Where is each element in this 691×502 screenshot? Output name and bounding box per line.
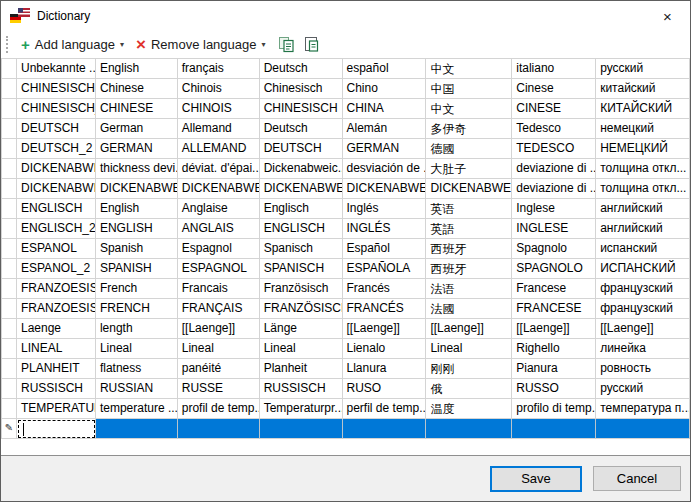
row-indicator[interactable]	[2, 99, 17, 119]
grid-cell[interactable]: ESPAÑOLA	[343, 259, 427, 279]
grid-cell[interactable]: Spanish	[96, 239, 178, 259]
grid-cell[interactable]: Laenge	[17, 319, 96, 339]
grid-cell[interactable]: ANGLAIS	[178, 219, 260, 239]
edit-pencil-icon[interactable]: ✎	[2, 419, 17, 439]
row-indicator[interactable]	[2, 219, 17, 239]
selected-empty-cell[interactable]	[596, 419, 690, 439]
grid-cell[interactable]: Lineal	[96, 339, 178, 359]
grid-cell[interactable]: 多伊奇	[426, 119, 512, 139]
grid-cell[interactable]: temperature ...	[96, 399, 178, 419]
row-indicator[interactable]	[2, 359, 17, 379]
grid-cell[interactable]: Cinese	[512, 79, 596, 99]
grid-cell[interactable]: RUSSIAN	[96, 379, 178, 399]
grid-cell[interactable]: 英语	[426, 199, 512, 219]
grid-cell[interactable]: SPANISH	[96, 259, 178, 279]
grid-cell[interactable]: 中文	[426, 99, 512, 119]
grid-cell[interactable]: 英語	[426, 219, 512, 239]
grid-cell[interactable]: RUSSISCH	[260, 379, 343, 399]
chevron-down-icon[interactable]: ▾	[262, 40, 266, 49]
close-button[interactable]: ×	[645, 1, 690, 31]
row-indicator[interactable]	[2, 259, 17, 279]
grid-cell[interactable]: [[Laenge]]	[512, 319, 596, 339]
grid-cell[interactable]: ровность	[596, 359, 690, 379]
grid-cell[interactable]: ESPANOL	[17, 239, 96, 259]
grid-cell[interactable]: RUSSO	[512, 379, 596, 399]
grid-cell[interactable]: RUSO	[343, 379, 427, 399]
grid-cell[interactable]: TEMPERATUR...	[17, 399, 96, 419]
column-header[interactable]: русский	[596, 59, 690, 79]
grid-cell[interactable]: Tedesco	[512, 119, 596, 139]
selected-empty-cell[interactable]	[512, 419, 596, 439]
grid-cell[interactable]: 中国	[426, 79, 512, 99]
grid-cell[interactable]: FRANZOESISCH	[17, 279, 96, 299]
grid-cell[interactable]: 俄	[426, 379, 512, 399]
grid-cell[interactable]: ENGLISCH	[260, 219, 343, 239]
column-header[interactable]: 中文	[426, 59, 512, 79]
copy-button[interactable]	[276, 34, 298, 56]
grid-cell[interactable]: SPAGNOLO	[512, 259, 596, 279]
grid-cell[interactable]: RUSSISCH	[17, 379, 96, 399]
grid-cell[interactable]: Lienalo	[343, 339, 427, 359]
grid-cell[interactable]: ENGLISH	[96, 219, 178, 239]
grid-cell[interactable]: немецкий	[596, 119, 690, 139]
grid-cell[interactable]: 刚刚	[426, 359, 512, 379]
grid-cell[interactable]: [[Laenge]]	[596, 319, 690, 339]
row-indicator[interactable]	[2, 139, 17, 159]
row-indicator[interactable]	[2, 79, 17, 99]
grid-cell[interactable]: Lineal	[178, 339, 260, 359]
column-header[interactable]: English	[96, 59, 178, 79]
grid-cell[interactable]: Allemand	[178, 119, 260, 139]
grid-cell[interactable]: Llanura	[343, 359, 427, 379]
column-header[interactable]: français	[178, 59, 260, 79]
row-indicator[interactable]	[2, 399, 17, 419]
row-indicator[interactable]	[2, 379, 17, 399]
grid-cell[interactable]: 大肚子	[426, 159, 512, 179]
grid-cell[interactable]: CHINESISCH_2	[17, 99, 96, 119]
grid-cell[interactable]: Francese	[512, 279, 596, 299]
grid-cell[interactable]: LINEAL	[17, 339, 96, 359]
grid-cell[interactable]: ESPANOL_2	[17, 259, 96, 279]
cancel-button[interactable]: Cancel	[593, 466, 681, 491]
grid-cell[interactable]: deviazione di ...	[512, 159, 596, 179]
grid-cell[interactable]: CHINESISCH	[260, 99, 343, 119]
grid-cell[interactable]: Chino	[343, 79, 427, 99]
grid-cell[interactable]: FRENCH	[96, 299, 178, 319]
grid-cell[interactable]: Espagnol	[178, 239, 260, 259]
grid-cell[interactable]: DICKENABWE...	[426, 179, 512, 199]
grid-cell[interactable]: CHINESISCH	[17, 79, 96, 99]
grid-cell[interactable]: французский	[596, 299, 690, 319]
selected-empty-cell[interactable]	[426, 419, 512, 439]
grid-cell[interactable]: CHINOIS	[178, 99, 260, 119]
add-language-button[interactable]: + Add language ▾	[17, 34, 128, 56]
grid-cell[interactable]: German	[96, 119, 178, 139]
grid-cell[interactable]: DICKENABWE...	[178, 179, 260, 199]
grid-cell[interactable]: НЕМЕЦКИЙ	[596, 139, 690, 159]
grid-cell[interactable]: [[Laenge]]	[178, 319, 260, 339]
grid-cell[interactable]: DICKENABWE...	[343, 179, 427, 199]
row-indicator[interactable]	[2, 119, 17, 139]
grid-cell[interactable]: FRANCESE	[512, 299, 596, 319]
grid-cell[interactable]: perfil de temp...	[343, 399, 427, 419]
grid-cell[interactable]: DEUTSCH	[260, 139, 343, 159]
grid-cell[interactable]: Chinese	[96, 79, 178, 99]
grid-cell[interactable]: 法语	[426, 279, 512, 299]
grid-cell[interactable]: Spagnolo	[512, 239, 596, 259]
grid-cell[interactable]: 西班牙	[426, 239, 512, 259]
row-indicator[interactable]	[2, 179, 17, 199]
grid-cell[interactable]: ALLEMAND	[178, 139, 260, 159]
grid-cell[interactable]: French	[96, 279, 178, 299]
row-indicator[interactable]	[2, 239, 17, 259]
grid-cell[interactable]: Inglese	[512, 199, 596, 219]
grid-cell[interactable]: Francés	[343, 279, 427, 299]
grid-cell[interactable]: Länge	[260, 319, 343, 339]
grid-cell[interactable]: TEDESCO	[512, 139, 596, 159]
grid-cell[interactable]: English	[96, 199, 178, 219]
grid-cell[interactable]: 法國	[426, 299, 512, 319]
new-entry-edit-cell[interactable]	[17, 419, 96, 439]
grid-cell[interactable]: 西班牙	[426, 259, 512, 279]
grid-cell[interactable]: Anglaise	[178, 199, 260, 219]
column-header[interactable]: Unbekannte ...	[17, 59, 96, 79]
grid-cell[interactable]: ENGLISCH_2	[17, 219, 96, 239]
grid-cell[interactable]: толщина откл...	[596, 179, 690, 199]
grid-cell[interactable]: Alemán	[343, 119, 427, 139]
